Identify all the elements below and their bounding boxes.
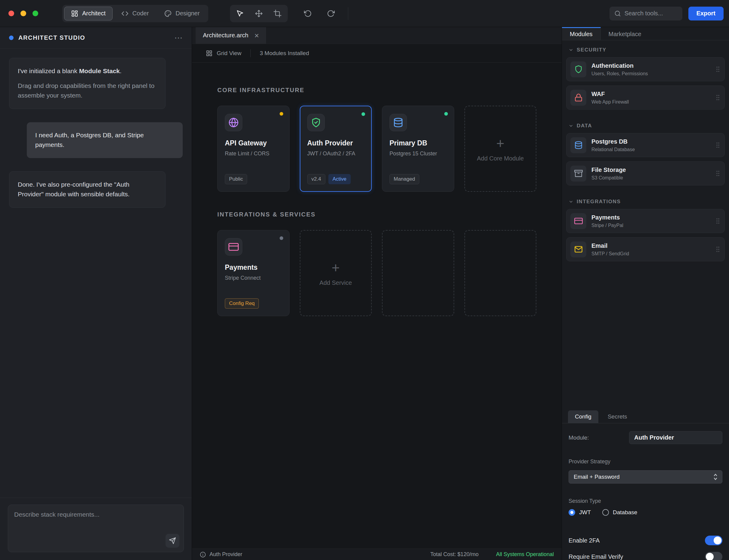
module-item-waf[interactable]: WAF Web App Firewall xyxy=(566,86,725,110)
module-library: SECURITY Authentication Users, Roles, Pe… xyxy=(562,40,729,409)
status-dot xyxy=(362,112,365,116)
redo-button[interactable] xyxy=(325,8,337,19)
studio-title: ARCHITECT STUDIO xyxy=(18,34,170,41)
tab-label: Modules xyxy=(570,31,593,38)
enable-2fa-toggle[interactable] xyxy=(705,536,722,545)
toggle-knob xyxy=(706,553,714,560)
tab-config[interactable]: Config xyxy=(568,410,598,423)
search-tools-input[interactable] xyxy=(625,10,678,17)
group-integrations: INTEGRATIONS Payments Stripe / PayPal xyxy=(566,193,725,261)
add-core-module-slot[interactable]: + Add Core Module xyxy=(464,106,537,192)
card-title: Payments xyxy=(225,263,282,272)
close-window-button[interactable] xyxy=(8,11,14,16)
layout-icon xyxy=(71,10,78,17)
empty-module-slot[interactable] xyxy=(464,230,537,316)
radio-label: Database xyxy=(613,509,637,516)
database-icon xyxy=(389,114,407,131)
document-tabstrip: Architecture.arch × xyxy=(192,27,562,44)
canvas-statusbar: Auth Provider Total Cost: $120/mo All Sy… xyxy=(192,549,562,560)
module-card-auth-provider[interactable]: Auth Provider JWT / OAuth2 / 2FA v2.4 Ac… xyxy=(300,106,372,192)
card-subtitle: Postgres 15 Cluster xyxy=(389,151,447,157)
section-header-integrations[interactable]: INTEGRATIONS xyxy=(566,193,725,209)
drag-handle[interactable] xyxy=(715,94,720,101)
drag-handle[interactable] xyxy=(715,245,720,253)
document-tab[interactable]: Architecture.arch × xyxy=(196,27,266,44)
drag-handle[interactable] xyxy=(715,65,720,73)
group-title: DATA xyxy=(577,123,592,129)
zoom-window-button[interactable] xyxy=(33,11,38,16)
module-item-subtitle: SMTP / SendGrid xyxy=(591,251,710,257)
export-button[interactable]: Export xyxy=(688,7,724,20)
module-item-authentication[interactable]: Authentication Users, Roles, Permissions xyxy=(566,57,725,81)
plus-icon: + xyxy=(496,136,504,150)
drag-handle[interactable] xyxy=(715,170,720,177)
mode-tab-label: Designer xyxy=(176,10,200,17)
module-item-title: WAF xyxy=(591,91,710,98)
grid-view-toggle[interactable]: Grid View xyxy=(206,50,242,57)
radio-database[interactable]: Database xyxy=(602,509,637,516)
selected-module-label: Auth Provider xyxy=(210,551,242,558)
stack-requirements-input[interactable] xyxy=(14,511,178,534)
mode-tab-architect[interactable]: Architect xyxy=(64,7,113,20)
message-text: I've initialized a blank Module Stack. xyxy=(18,66,157,76)
more-options-button[interactable]: ⋯ xyxy=(174,34,183,42)
lock-icon xyxy=(570,90,586,106)
tab-modules[interactable]: Modules xyxy=(562,27,601,40)
window-titlebar: Architect Coder Designer xyxy=(0,0,729,27)
empty-module-slot[interactable] xyxy=(382,230,454,316)
app-window: Architect Coder Designer xyxy=(0,0,729,560)
provider-strategy-select[interactable]: Email + Password xyxy=(568,470,722,484)
badge-row: Config Req xyxy=(225,298,282,309)
card-title: Auth Provider xyxy=(307,139,364,147)
document-tab-label: Architecture.arch xyxy=(203,32,248,39)
config-panel: Config Secrets Module: Auth Provider Pro… xyxy=(562,409,729,560)
chevron-down-icon xyxy=(568,123,573,128)
module-item-subtitle: Stripe / PayPal xyxy=(591,223,710,228)
drag-handle[interactable] xyxy=(715,217,720,225)
drag-handle[interactable] xyxy=(715,141,720,149)
module-item-postgres-db[interactable]: Postgres DB Relational Database xyxy=(566,133,725,157)
credit-card-icon xyxy=(225,238,242,256)
section-header-security[interactable]: SECURITY xyxy=(566,41,725,57)
tab-secrets[interactable]: Secrets xyxy=(601,410,634,423)
minimize-window-button[interactable] xyxy=(20,11,26,16)
module-item-email[interactable]: Email SMTP / SendGrid xyxy=(566,237,725,261)
module-card-api-gateway[interactable]: API Gateway Rate Limit / CORS Public xyxy=(217,106,290,192)
user-message: I need Auth, a Postgres DB, and Stripe p… xyxy=(27,122,183,158)
undo-button[interactable] xyxy=(302,8,314,19)
config-required-badge: Config Req xyxy=(225,298,259,309)
module-card-primary-db[interactable]: Primary DB Postgres 15 Cluster Managed xyxy=(382,106,454,192)
tab-close-icon[interactable]: × xyxy=(254,32,259,39)
require-email-verify-toggle[interactable] xyxy=(705,552,722,560)
radio-label: JWT xyxy=(579,509,591,516)
undo-icon xyxy=(304,10,312,17)
send-button[interactable] xyxy=(166,534,179,548)
window-controls xyxy=(8,11,38,16)
radio-jwt[interactable]: JWT xyxy=(568,509,591,516)
status-dot xyxy=(280,236,283,240)
module-card-payments[interactable]: Payments Stripe Connect Config Req xyxy=(217,230,290,316)
selected-module-indicator: Auth Provider xyxy=(200,551,242,558)
tool-crop-button[interactable] xyxy=(269,7,286,20)
module-item-subtitle: S3 Compatible xyxy=(591,175,710,181)
require-email-verify-label: Require Email Verify xyxy=(568,553,623,560)
mode-tab-designer[interactable]: Designer xyxy=(157,7,207,20)
add-service-slot[interactable]: + Add Service xyxy=(300,230,372,316)
enable-2fa-label: Enable 2FA xyxy=(568,537,600,544)
code-icon xyxy=(121,10,129,17)
enable-2fa-row: Enable 2FA xyxy=(568,536,722,545)
module-item-payments[interactable]: Payments Stripe / PayPal xyxy=(566,209,725,233)
module-item-file-storage[interactable]: File Storage S3 Compatible xyxy=(566,161,725,185)
search-tools-box[interactable] xyxy=(609,7,682,20)
section-header-data[interactable]: DATA xyxy=(566,117,725,133)
tool-cursor-button[interactable] xyxy=(232,7,249,20)
studio-header: ARCHITECT STUDIO ⋯ xyxy=(0,27,192,49)
tool-move-button[interactable] xyxy=(251,7,267,20)
section-core-infrastructure: CORE INFRASTRUCTURE API Gateway Rate Lim… xyxy=(217,87,536,192)
assistant-message: Done. I've also pre-configured the "Auth… xyxy=(9,171,166,208)
move-icon xyxy=(255,10,263,17)
chat-input-box[interactable] xyxy=(8,505,184,552)
tab-marketplace[interactable]: Marketplace xyxy=(601,27,649,40)
architecture-canvas: Architecture.arch × Grid View 3 Modules … xyxy=(192,27,562,560)
mode-tab-coder[interactable]: Coder xyxy=(114,7,156,20)
